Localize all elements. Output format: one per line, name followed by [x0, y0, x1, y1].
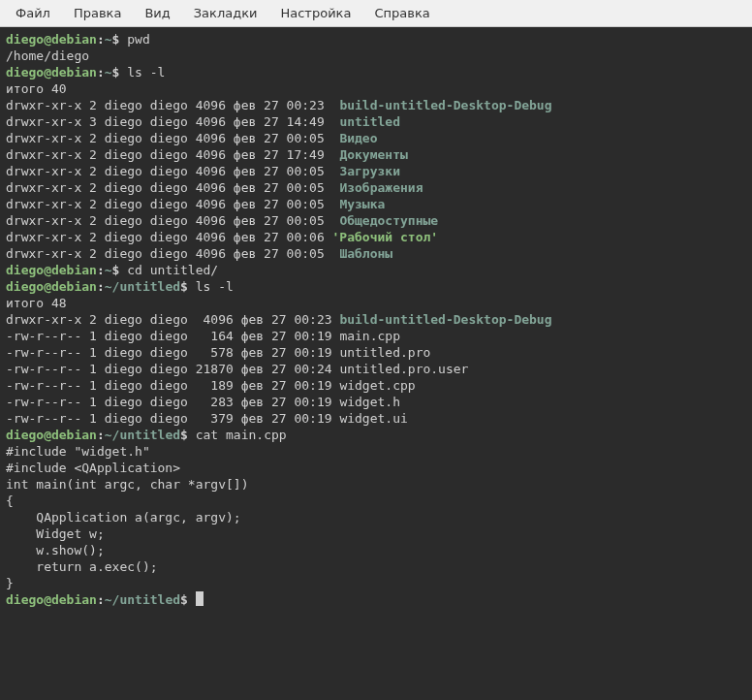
- prompt-user: diego: [6, 263, 44, 277]
- prompt-dollar: $: [180, 279, 188, 294]
- output-line: Widget w;: [6, 525, 746, 542]
- prompt-host: debian: [51, 32, 97, 47]
- ls-filename: main.cpp: [339, 329, 400, 343]
- menu-file[interactable]: Файл: [4, 2, 62, 24]
- prompt-host: debian: [51, 428, 97, 442]
- output-line: {: [6, 493, 746, 509]
- command: cat main.cpp: [196, 428, 287, 442]
- terminal-output[interactable]: diego@debian:~$ pwd/home/diegodiego@debi…: [0, 27, 752, 700]
- ls-filename: untitled.pro.user: [339, 362, 468, 376]
- ls-filename: untitled: [339, 114, 400, 129]
- ls-row: drwxr-xr-x 2 diego diego 4096 фев 27 00:…: [6, 212, 746, 229]
- cursor: [196, 591, 204, 606]
- command: ls -l: [196, 279, 234, 294]
- prompt-dollar: $: [112, 65, 120, 80]
- menu-edit[interactable]: Правка: [62, 2, 133, 24]
- ls-filename: Видео: [339, 131, 377, 145]
- prompt-user: diego: [6, 279, 44, 294]
- prompt-host: debian: [51, 592, 97, 607]
- ls-row: drwxr-xr-x 2 diego diego 4096 фев 27 00:…: [6, 179, 746, 196]
- output-line: }: [6, 575, 746, 591]
- output-line: w.show();: [6, 542, 746, 558]
- ls-row: -rw-r--r-- 1 diego diego 21870 фев 27 00…: [6, 361, 746, 377]
- prompt-user: diego: [6, 65, 44, 80]
- prompt-colon: :: [97, 263, 105, 277]
- menubar: Файл Правка Вид Закладки Настройка Справ…: [0, 0, 752, 27]
- command: ls -l: [127, 65, 165, 80]
- ls-row: drwxr-xr-x 3 diego diego 4096 фев 27 14:…: [6, 113, 746, 130]
- prompt-dollar: $: [112, 263, 120, 277]
- ls-row: drwxr-xr-x 2 diego diego 4096 фев 27 00:…: [6, 311, 746, 328]
- ls-filename: untitled.pro: [339, 345, 430, 360]
- output-line: #include <QApplication>: [6, 460, 746, 476]
- ls-filename: Общедоступные: [339, 213, 438, 228]
- prompt-at: @: [44, 32, 51, 47]
- ls-filename: 'Рабочий стол': [332, 230, 439, 244]
- menu-help[interactable]: Справка: [362, 2, 441, 24]
- menu-view[interactable]: Вид: [133, 2, 181, 24]
- ls-row: -rw-r--r-- 1 diego diego 164 фев 27 00:1…: [6, 328, 746, 344]
- prompt-host: debian: [51, 65, 97, 80]
- prompt-host: debian: [51, 263, 97, 277]
- prompt-dollar: $: [180, 592, 188, 607]
- ls-row: drwxr-xr-x 2 diego diego 4096 фев 27 00:…: [6, 163, 746, 179]
- output-line: итого 48: [6, 295, 746, 311]
- prompt-host: debian: [51, 279, 97, 294]
- prompt-path: ~: [105, 65, 112, 80]
- ls-row: drwxr-xr-x 2 diego diego 4096 фев 27 00:…: [6, 196, 746, 212]
- ls-filename: Изображения: [339, 180, 423, 195]
- menu-settings[interactable]: Настройка: [268, 2, 362, 24]
- ls-row: -rw-r--r-- 1 diego diego 578 фев 27 00:1…: [6, 344, 746, 361]
- ls-filename: build-untitled-Desktop-Debug: [339, 98, 551, 112]
- ls-filename: Документы: [339, 147, 407, 162]
- ls-filename: Шаблоны: [339, 246, 392, 261]
- prompt-path: ~: [105, 263, 112, 277]
- ls-row: drwxr-xr-x 2 diego diego 4096 фев 27 00:…: [6, 130, 746, 146]
- ls-filename: Загрузки: [339, 164, 400, 178]
- prompt-colon: :: [97, 428, 105, 442]
- prompt-at: @: [44, 592, 51, 607]
- output-line: #include "widget.h": [6, 443, 746, 460]
- command: pwd: [127, 32, 149, 47]
- prompt-path: ~/untitled: [105, 279, 180, 294]
- prompt-colon: :: [97, 279, 105, 294]
- output-line: итого 40: [6, 80, 746, 97]
- ls-filename: Музыка: [339, 197, 385, 211]
- prompt-user: diego: [6, 428, 44, 442]
- ls-row: drwxr-xr-x 2 diego diego 4096 фев 27 00:…: [6, 229, 746, 245]
- ls-filename: build-untitled-Desktop-Debug: [339, 312, 551, 327]
- prompt-dollar: $: [112, 32, 120, 47]
- prompt-path: ~: [105, 32, 112, 47]
- prompt-dollar: $: [180, 428, 188, 442]
- prompt-user: diego: [6, 32, 44, 47]
- output-line: int main(int argc, char *argv[]): [6, 476, 746, 493]
- prompt-path: ~/untitled: [105, 428, 180, 442]
- prompt-colon: :: [97, 32, 105, 47]
- ls-row: -rw-r--r-- 1 diego diego 283 фев 27 00:1…: [6, 394, 746, 410]
- prompt-at: @: [44, 65, 51, 80]
- prompt-at: @: [44, 263, 51, 277]
- output-line: return a.exec();: [6, 558, 746, 575]
- ls-filename: widget.cpp: [339, 378, 415, 393]
- prompt-at: @: [44, 428, 51, 442]
- ls-row: -rw-r--r-- 1 diego diego 379 фев 27 00:1…: [6, 410, 746, 427]
- menu-bookmarks[interactable]: Закладки: [182, 2, 269, 24]
- output-line: QApplication a(argc, argv);: [6, 509, 746, 525]
- prompt-at: @: [44, 279, 51, 294]
- ls-row: -rw-r--r-- 1 diego diego 189 фев 27 00:1…: [6, 377, 746, 394]
- prompt-colon: :: [97, 592, 105, 607]
- prompt-path: ~/untitled: [105, 592, 180, 607]
- ls-filename: widget.ui: [339, 411, 407, 426]
- ls-row: drwxr-xr-x 2 diego diego 4096 фев 27 17:…: [6, 146, 746, 163]
- command: cd untitled/: [127, 263, 218, 277]
- prompt-user: diego: [6, 592, 44, 607]
- ls-row: drwxr-xr-x 2 diego diego 4096 фев 27 00:…: [6, 97, 746, 113]
- ls-row: drwxr-xr-x 2 diego diego 4096 фев 27 00:…: [6, 245, 746, 262]
- output-line: /home/diego: [6, 48, 746, 64]
- ls-filename: widget.h: [339, 395, 400, 409]
- prompt-colon: :: [97, 65, 105, 80]
